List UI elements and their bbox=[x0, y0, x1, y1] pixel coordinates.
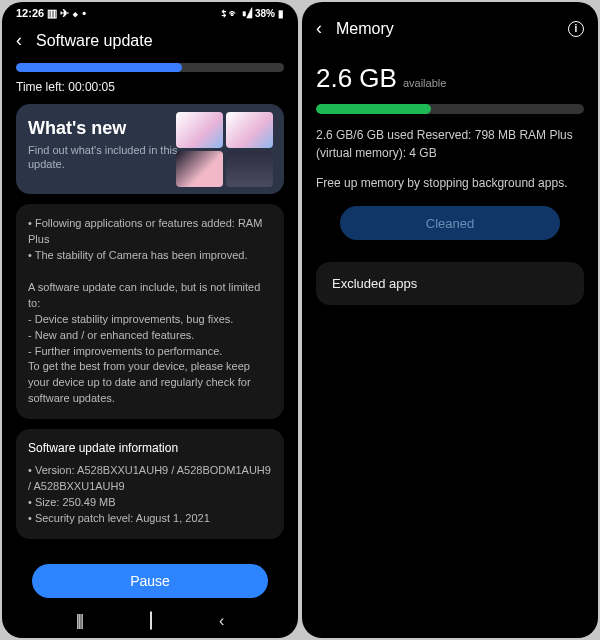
memory-usage-fill bbox=[316, 104, 431, 114]
memory-stats: 2.6 GB/6 GB used Reserved: 798 MB RAM Pl… bbox=[316, 126, 584, 162]
back-icon[interactable]: ‹ bbox=[16, 30, 22, 51]
whats-new-thumbnails bbox=[176, 112, 276, 187]
memory-available-row: 2.6 GB available bbox=[316, 63, 584, 94]
memory-screen: ‹ Memory i 2.6 GB available 2.6 GB/6 GB … bbox=[302, 2, 598, 638]
thumbnail-icon bbox=[226, 151, 273, 187]
battery-icon: ▮ bbox=[278, 8, 284, 19]
status-icons-left: ▥ ✈ ⬥ • bbox=[47, 7, 86, 20]
page-title: Software update bbox=[36, 32, 153, 50]
update-info-text: • Version: A528BXXU1AUH9 / A528BODM1AUH9… bbox=[28, 463, 272, 527]
thumbnail-icon bbox=[176, 112, 223, 148]
update-info-card: Software update information • Version: A… bbox=[16, 429, 284, 539]
back-button[interactable]: ‹ bbox=[219, 612, 224, 630]
thumbnail-icon bbox=[176, 151, 223, 187]
battery-text: 38% bbox=[255, 8, 275, 19]
recents-button[interactable]: ||| bbox=[76, 612, 82, 630]
thumbnail-icon bbox=[226, 112, 273, 148]
content: 2.6 GB available 2.6 GB/6 GB used Reserv… bbox=[302, 49, 598, 638]
action-row: Pause bbox=[2, 560, 298, 604]
clock: 12:26 bbox=[16, 7, 44, 19]
memory-available-label: available bbox=[403, 77, 446, 89]
download-progress-bar bbox=[16, 63, 284, 72]
whats-new-card[interactable]: What's new Find out what's included in t… bbox=[16, 104, 284, 194]
header: ‹ Memory i bbox=[302, 12, 598, 49]
page-title: Memory bbox=[336, 20, 394, 38]
update-details-card: • Following applications or features add… bbox=[16, 204, 284, 419]
excluded-apps-row[interactable]: Excluded apps bbox=[316, 262, 584, 305]
update-info-heading: Software update information bbox=[28, 441, 272, 455]
time-left-label: Time left: 00:00:05 bbox=[16, 80, 284, 94]
back-icon[interactable]: ‹ bbox=[316, 18, 322, 39]
memory-usage-bar bbox=[316, 104, 584, 114]
content: Time left: 00:00:05 What's new Find out … bbox=[2, 61, 298, 560]
memory-available-value: 2.6 GB bbox=[316, 63, 397, 94]
header: ‹ Software update bbox=[2, 24, 298, 61]
cleaned-button: Cleaned bbox=[340, 206, 560, 240]
update-details-text: • Following applications or features add… bbox=[28, 216, 272, 407]
software-update-screen: 12:26 ▥ ✈ ⬥ • ⇆ ᯤ ▮◢ 38% ▮ ‹ Software up… bbox=[2, 2, 298, 638]
signal-icons: ⇆ ᯤ ▮◢ bbox=[221, 8, 252, 19]
status-bar: 12:26 ▥ ✈ ⬥ • ⇆ ᯤ ▮◢ 38% ▮ bbox=[2, 2, 298, 24]
memory-hint: Free up memory by stopping background ap… bbox=[316, 176, 584, 190]
home-button[interactable] bbox=[150, 612, 152, 630]
info-icon[interactable]: i bbox=[568, 21, 584, 37]
download-progress-fill bbox=[16, 63, 182, 72]
pause-button[interactable]: Pause bbox=[32, 564, 268, 598]
navigation-bar: ||| ‹ bbox=[2, 604, 298, 638]
whats-new-subtitle: Find out what's included in this update. bbox=[28, 143, 178, 172]
